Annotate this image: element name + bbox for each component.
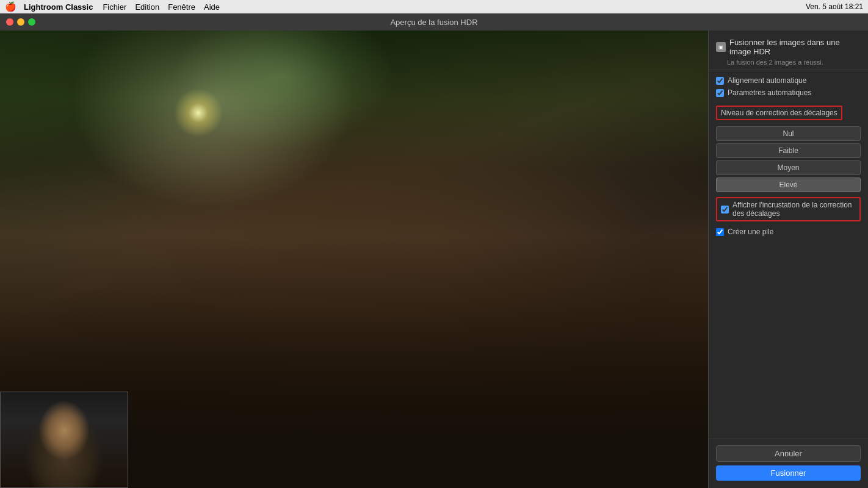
app-name[interactable]: Lightroom Classic [24, 2, 93, 12]
window-controls [6, 18, 35, 26]
titlebar: Aperçu de la fusion HDR [0, 13, 868, 30]
alignment-label: Alignement automatique [728, 76, 806, 85]
level-faible-button[interactable]: Faible [716, 143, 861, 158]
panel-title-text: Fusionner les images dans une image HDR [729, 38, 861, 56]
preview-area [0, 30, 708, 488]
panel-header: ▣ Fusionner les images dans une image HD… [709, 30, 868, 70]
params-checkbox[interactable] [716, 89, 724, 97]
cancel-button[interactable]: Annuler [716, 445, 861, 462]
alignment-row: Alignement automatique [716, 76, 861, 85]
overlay-row: Afficher l'incrustation de la correction… [716, 197, 861, 221]
webcam-person [1, 392, 128, 487]
panel-subtitle: La fusion des 2 images a réussi. [727, 59, 861, 66]
section-correction-label: Niveau de correction des décalages [716, 101, 861, 124]
panel-title: ▣ Fusionner les images dans une image HD… [716, 38, 861, 56]
close-button[interactable] [6, 18, 13, 26]
level-moyen-button[interactable]: Moyen [716, 160, 861, 175]
panel-content: Alignement automatique Paramètres automa… [709, 70, 868, 439]
right-panel: ▣ Fusionner les images dans une image HD… [708, 30, 868, 488]
maximize-button[interactable] [28, 18, 35, 26]
menu-fichier[interactable]: Fichier [103, 2, 126, 12]
fusionner-button[interactable]: Fusionner [716, 465, 861, 481]
params-label: Paramètres automatiques [728, 88, 811, 97]
minimize-button[interactable] [17, 18, 24, 26]
webcam-overlay [0, 392, 128, 488]
menubar-time: Ven. 5 août 18:21 [806, 2, 863, 11]
alignment-checkbox[interactable] [716, 77, 724, 85]
pile-row: Créer une pile [716, 228, 861, 236]
level-buttons: Nul Faible Moyen Elevé [716, 126, 861, 192]
correction-label-text: Niveau de correction des décalages [716, 106, 842, 120]
pile-checkbox[interactable] [716, 228, 724, 236]
panel-footer: Annuler Fusionner [709, 439, 868, 488]
menubar-right: Ven. 5 août 18:21 [806, 2, 863, 11]
menu-fenetre[interactable]: Fenêtre [168, 2, 195, 12]
apple-menu[interactable]: 🍎 [5, 1, 16, 12]
window-title: Aperçu de la fusion HDR [390, 18, 477, 27]
menu-edition[interactable]: Edition [135, 2, 159, 12]
menu-aide[interactable]: Aide [204, 2, 220, 12]
level-nul-button[interactable]: Nul [716, 126, 861, 141]
level-eleve-button[interactable]: Elevé [716, 178, 861, 192]
overlay-label: Afficher l'incrustation de la correction… [732, 201, 856, 218]
params-row: Paramètres automatiques [716, 88, 861, 97]
hdr-icon: ▣ [716, 42, 726, 52]
overlay-checkbox[interactable] [721, 206, 729, 214]
pile-label: Créer une pile [728, 228, 773, 236]
main-layout: ▣ Fusionner les images dans une image HD… [0, 30, 868, 488]
menubar: 🍎 Lightroom Classic Fichier Edition Fenê… [0, 0, 868, 13]
